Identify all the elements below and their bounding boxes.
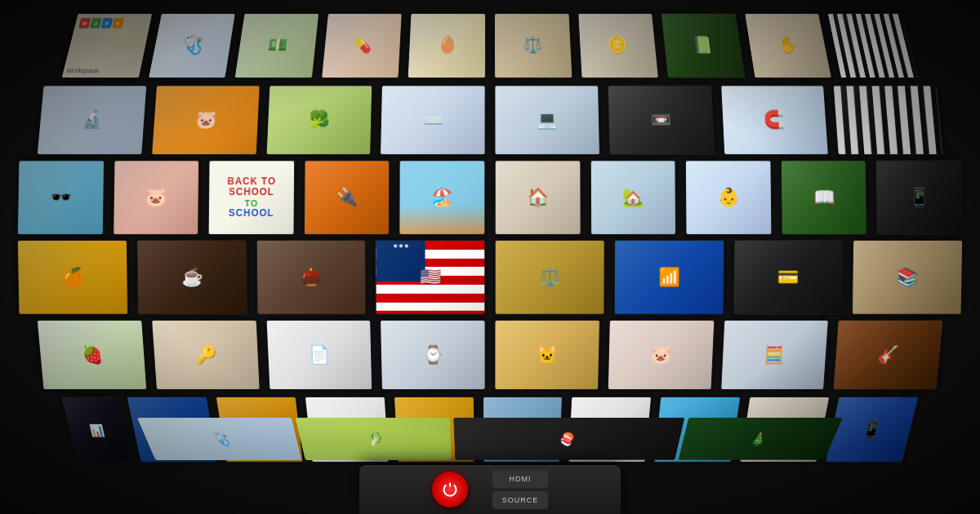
seeds-icon: 🌰 (256, 241, 365, 314)
typing-icon: ⌨️ (381, 86, 484, 154)
hands1-icon: ✋ (745, 14, 831, 78)
iron-icon: 🧲 (721, 86, 828, 154)
screen-piano2 (833, 85, 943, 155)
screen-raspberries: 🍓 (37, 320, 147, 390)
hdmi-button[interactable]: HDMI (492, 470, 549, 488)
screen-bottom-sushi: 🍣 (453, 418, 684, 460)
screen-hands1: ✋ (744, 13, 832, 78)
screen-piggy-town: 🐷 (608, 320, 715, 390)
back-to-school-text: BACK TO SCHOOL TO SCHOOL (209, 176, 294, 218)
screen-usb: 🔌 (304, 160, 390, 235)
screen-hands-house: 🏠 (495, 160, 581, 235)
house-model-icon: 🏡 (590, 161, 675, 234)
screen-bottom-veggies: 🥬 (296, 418, 452, 460)
wall-row-2: 🔬 🐷 🥦 ⌨️ 💻 📼 🧲 (34, 85, 946, 155)
fruits-icon: 🍊 (18, 241, 127, 314)
justice-icon: ⚖️ (496, 241, 604, 314)
wifi-network-icon: 📶 (615, 241, 724, 314)
child-icon: 👶 (686, 161, 771, 234)
usb-icon: 🔌 (305, 161, 390, 234)
screen-science: 🔬 (37, 85, 147, 155)
guitar-icon: 🎸 (834, 321, 942, 389)
control-buttons: HDMI SOURCE (492, 470, 549, 509)
screen-pos-terminal: 💳 (733, 240, 843, 315)
gavel2-icon: 📚 (853, 241, 962, 314)
power-section (432, 472, 468, 507)
screen-justice: ⚖️ (495, 240, 605, 315)
screen-tablet-white: 📄 (265, 320, 372, 390)
piggy-main-icon: 🐷 (114, 161, 198, 234)
screen-pills: 💊 (321, 13, 403, 78)
sunglasses-icon: 🕶️ (18, 161, 104, 234)
screen-gavel1: ⚖️ (494, 13, 572, 78)
source-button[interactable]: SOURCE (492, 491, 549, 509)
screen-bottom-medical: 🩺 (137, 418, 301, 460)
hdmi-label: HDMI (509, 475, 531, 483)
smartwatch-icon: ⌚ (381, 321, 484, 389)
wall-row-5: 🍓 🔑 📄 ⌚ 🐱 🐷 🧮 🎸 (34, 320, 946, 390)
screen-bottom-christmas: 🎄 (679, 418, 843, 460)
screen-calculator: 🧮 (720, 320, 829, 390)
wall-row-3: 🕶️ 🐷 BACK TO SCHOOL TO SCHOOL 🔌 🏖️ 🏠 🏡 (15, 160, 965, 235)
gavel1-icon: ⚖️ (495, 14, 572, 78)
screen-piggy-main: 🐷 (113, 160, 199, 235)
veggies1-icon: 🥦 (266, 86, 372, 154)
power-button[interactable] (432, 472, 468, 507)
piano1-visual (828, 14, 918, 78)
screen-money: 💵 (234, 13, 319, 78)
tablet-white-icon: 📄 (266, 321, 372, 389)
pos-icon: 💳 (733, 241, 842, 314)
screen-smartwatch: ⌚ (380, 320, 485, 390)
screen-gavel2: 📚 (852, 240, 963, 315)
screen-back-to-school: BACK TO SCHOOL TO SCHOOL (208, 160, 295, 235)
tablet-dark-icon: 📱 (876, 161, 962, 234)
coins-icon: 🪙 (578, 14, 658, 78)
screen-veggies1: 🥦 (265, 85, 372, 155)
screen-wifi-network: 📶 (614, 240, 724, 315)
screen-cassette: 📼 (608, 85, 715, 155)
source-label: SOURCE (502, 496, 539, 504)
screen-guitar: 🎸 (833, 320, 943, 390)
eggs-icon: 🥚 (408, 14, 485, 78)
screen-cat: 🐱 (495, 320, 600, 390)
screen-ereader: 📖 (781, 160, 867, 235)
screen-seeds: 🌰 (256, 240, 366, 315)
screen-medical1: 🩺 (148, 13, 236, 78)
video-wall: W O R K Workspace 🩺 💵 💊 🥚 ⚖️ 🪙 (0, 0, 980, 514)
calculator-icon: 🧮 (721, 321, 828, 389)
screen-typing: ⌨️ (380, 85, 485, 155)
flag-icon: 🇺🇸 (376, 241, 485, 314)
screen-laptop: 💻 (495, 85, 600, 155)
wall-row-1: W O R K Workspace 🩺 💵 💊 🥚 ⚖️ 🪙 (59, 13, 921, 78)
screen-iron: 🧲 (720, 85, 829, 155)
screen-flag: ★★★ 🇺🇸 (376, 240, 486, 315)
screen-eggs: 🥚 (408, 13, 486, 78)
raspberries-icon: 🍓 (38, 321, 146, 389)
beach-icon: 🏖️ (400, 161, 484, 234)
screen-tablet-dark: 📱 (875, 160, 963, 235)
screen-piano1 (827, 13, 919, 78)
control-bar: HDMI SOURCE (359, 465, 621, 514)
piano2-visual (834, 86, 942, 154)
piggy-orange-icon: 🐷 (152, 86, 259, 154)
ereader-icon: 📖 (782, 161, 866, 234)
money-icon: 💵 (235, 14, 318, 78)
back-text: BACK TO SCHOOL (209, 176, 293, 197)
piggy-town-icon: 🐷 (608, 321, 714, 389)
laptop-icon: 💻 (495, 86, 599, 154)
book-icon: 📗 (662, 14, 745, 78)
screen-child: 👶 (685, 160, 772, 235)
wall-row-4: 🍊 ☕ 🌰 ★★★ 🇺🇸 ⚖️ 📶 💳 📚 (15, 240, 965, 315)
screen-book: 📗 (661, 13, 746, 78)
screen-coins: 🪙 (577, 13, 659, 78)
screen-beach: 🏖️ (399, 160, 485, 235)
screen-piggy-orange: 🐷 (151, 85, 260, 155)
screen-sunglasses: 🕶️ (17, 160, 105, 235)
screen-keys: 🔑 (151, 320, 260, 390)
science-icon: 🔬 (38, 86, 146, 154)
school-text: SCHOOL (209, 208, 293, 219)
coffee-icon: ☕ (137, 241, 246, 314)
screen-house-model: 🏡 (590, 160, 676, 235)
screen-coffee: ☕ (136, 240, 247, 315)
cat-icon: 🐱 (495, 321, 599, 389)
